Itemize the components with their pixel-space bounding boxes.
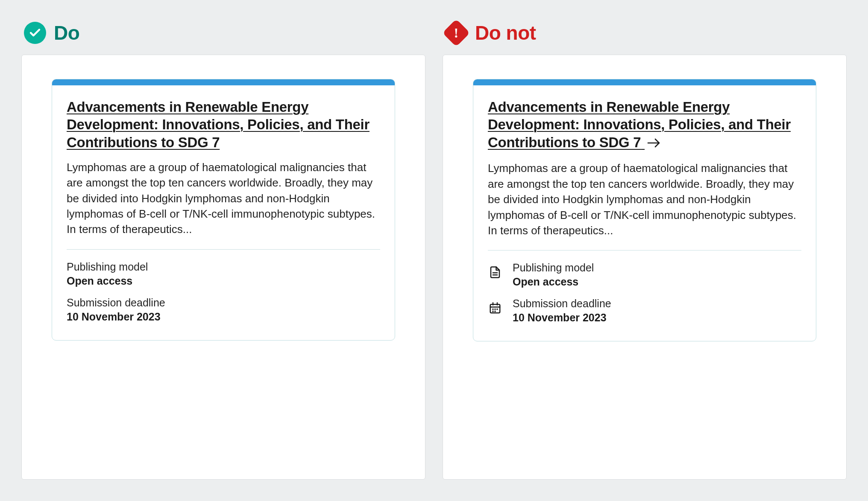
svg-point-9 — [497, 309, 497, 309]
deadline-label: Submission deadline — [67, 297, 165, 309]
divider — [488, 250, 801, 250]
card-accent-bar — [52, 79, 395, 85]
meta-publishing: Publishing model Open access — [488, 262, 801, 288]
svg-point-8 — [495, 309, 495, 309]
card-title-text: Advancements in Renewable Energy Develop… — [488, 99, 791, 150]
check-icon — [24, 22, 46, 44]
meta-publishing: Publishing model Open access — [67, 261, 380, 287]
donot-heading: Do not — [475, 21, 536, 44]
deadline-label: Submission deadline — [513, 297, 611, 310]
donot-body: Advancements in Renewable Energy Develop… — [443, 55, 847, 480]
publishing-model-value: Open access — [67, 275, 148, 287]
publishing-model-label: Publishing model — [513, 262, 594, 274]
divider — [67, 249, 380, 250]
publishing-model-value: Open access — [513, 276, 594, 288]
svg-point-7 — [493, 309, 493, 309]
card-title-link[interactable]: Advancements in Renewable Energy Develop… — [67, 98, 380, 151]
calendar-icon — [488, 301, 502, 315]
donot-panel: ! Do not Advancements in Renewable Energ… — [443, 21, 847, 480]
card-description: Lymphomas are a group of haematological … — [67, 160, 380, 237]
svg-point-10 — [493, 311, 493, 312]
comparison-container: Do Advancements in Renewable Energy Deve… — [9, 9, 859, 492]
card-description: Lymphomas are a group of haematological … — [488, 160, 801, 238]
do-heading: Do — [54, 21, 79, 44]
deadline-value: 10 November 2023 — [67, 311, 165, 323]
meta-deadline: Submission deadline 10 November 2023 — [67, 297, 380, 323]
alert-icon: ! — [445, 22, 467, 44]
publishing-model-label: Publishing model — [67, 261, 148, 273]
donot-header: ! Do not — [443, 21, 847, 44]
deadline-value: 10 November 2023 — [513, 312, 611, 324]
svg-point-11 — [495, 311, 495, 312]
meta-deadline: Submission deadline 10 November 2023 — [488, 297, 801, 324]
card-accent-bar — [473, 79, 816, 85]
do-body: Advancements in Renewable Energy Develop… — [21, 55, 425, 480]
document-icon — [488, 265, 502, 280]
example-card-donot: Advancements in Renewable Energy Develop… — [473, 79, 816, 341]
arrow-right-icon — [647, 134, 661, 152]
do-panel: Do Advancements in Renewable Energy Deve… — [21, 21, 425, 480]
do-header: Do — [21, 21, 425, 44]
example-card-do: Advancements in Renewable Energy Develop… — [52, 79, 395, 341]
card-title-link[interactable]: Advancements in Renewable Energy Develop… — [488, 98, 801, 152]
